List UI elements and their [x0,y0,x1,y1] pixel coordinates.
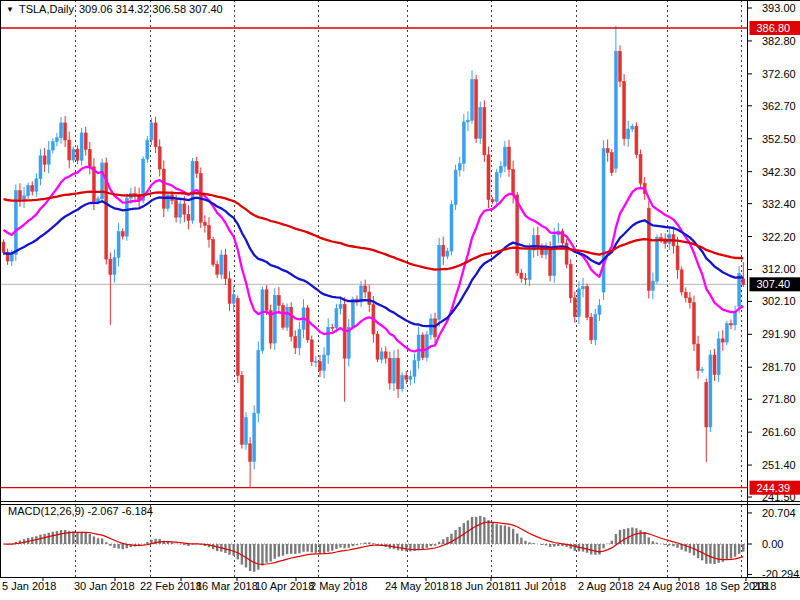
candle [55,133,58,146]
candle-body [60,123,63,138]
candle-body [31,186,34,192]
candle-body [553,235,556,276]
candle [277,287,280,313]
candle-body [725,324,728,342]
date-axis-label: 22 Feb 2018 [140,580,202,592]
symbol-dropdown-arrow-icon[interactable]: ▼ [6,4,14,15]
candle-body [146,140,149,159]
candle [573,292,576,323]
candle [409,370,412,385]
candle-body [257,350,260,413]
candle [582,278,585,298]
candle [532,228,535,258]
candle-body [55,138,58,142]
candle [187,205,190,229]
candle [569,259,572,303]
candle [117,223,120,267]
vertical-gridlines [76,0,742,577]
candle [232,286,235,312]
candle [684,287,687,302]
candle-body [610,153,613,173]
price-axis-label: 352.50 [762,133,796,145]
candle [631,124,634,132]
candle [606,139,609,161]
date-axis-label: 5 Jan 2018 [2,580,56,592]
candle-body [491,200,494,202]
candle-body [569,264,572,298]
candle-body [577,289,580,317]
candle [290,302,293,341]
candle-body [51,142,54,150]
candle [651,272,654,299]
candlesticks [2,26,745,487]
price-axis-label: 251.40 [762,459,796,471]
candle-body [80,133,83,160]
candle-body [84,133,87,149]
candle-body [709,355,712,427]
candle [203,215,206,232]
candle [688,292,691,308]
candle [742,262,745,287]
candle-body [236,299,239,376]
candle [273,288,276,350]
candle-body [450,205,453,251]
candle [462,114,465,171]
candle-body [413,360,416,376]
candle-body [249,444,252,462]
price-badge-label: 386.80 [757,22,791,34]
price-badge-label: 307.40 [757,278,791,290]
candle [705,379,708,463]
price-axis-label: 281.70 [762,361,796,373]
date-axis-label: 2 May 2018 [310,580,367,592]
candle [27,183,30,199]
candle-body [651,281,654,290]
candle [109,253,112,325]
candle [154,117,157,153]
candle-body [668,235,671,244]
candle [306,305,309,343]
candle [729,319,732,329]
candle-body [549,247,552,275]
candle-body [392,358,395,383]
candle-body [310,340,313,362]
candle-body [23,196,26,200]
candle-body [314,361,317,362]
candle [318,355,321,377]
candle-body [458,164,461,170]
candle-body [39,156,42,179]
candle [701,367,704,373]
candle-body [331,327,334,328]
candle [208,217,211,247]
candle-body [158,147,161,169]
price-axis-label: 393.00 [762,2,796,14]
candle-body [619,51,622,81]
candle [376,331,379,362]
candle [536,227,539,256]
candle [60,117,63,143]
candle-body [647,208,650,290]
candle-body [594,314,597,340]
mt4-chart-window: 393.00382.80372.60362.70352.50342.30332.… [0,0,800,600]
candle [545,243,548,260]
candle [610,149,613,176]
candle [676,237,679,279]
candle [294,330,297,354]
price-axis-label: 302.10 [762,295,796,307]
candle-body [635,126,638,154]
candle-body [688,298,691,303]
candle-body [479,107,482,138]
candle-body [639,155,642,184]
candle-body [721,339,724,342]
candle-body [503,147,506,166]
price-axis-label: 332.40 [762,198,796,210]
candle-body [27,186,30,196]
candle-body [401,376,404,389]
candle-body [265,290,268,311]
candle-body [294,337,297,348]
candle [51,138,54,153]
candle [64,116,67,147]
candle-body [421,335,424,358]
candle [23,187,26,208]
candle [508,140,511,177]
date-axis-label: 24 May 2018 [385,580,449,592]
